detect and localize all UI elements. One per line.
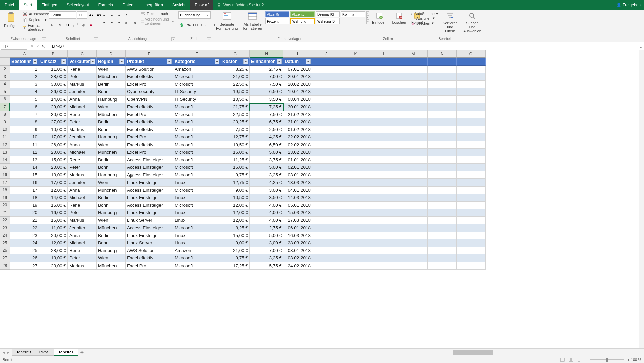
cell-G20[interactable]: 12,00 € [221,202,250,209]
sheet-tab-tabelle1[interactable]: Tabelle1 [54,349,78,356]
cell-I10[interactable]: 01.02.2018 [283,126,312,134]
col-header-E[interactable]: E [126,50,173,58]
cell-N4[interactable] [428,81,457,88]
cell-N12[interactable] [428,141,457,149]
cell-A28[interactable]: 27 [10,262,39,270]
cell-O27[interactable] [457,254,486,262]
cell-J10[interactable] [312,126,341,134]
cell-M5[interactable] [399,88,428,96]
cell-G2[interactable]: 8,25 € [221,66,250,73]
col-header-M[interactable]: M [399,50,428,58]
cell-D7[interactable]: Wien [97,103,126,111]
cell-N15[interactable] [428,164,457,171]
cell-H9[interactable]: 6,75 € [250,118,283,126]
cell-M21[interactable] [399,209,428,217]
cell-C8[interactable]: Rene [68,111,97,119]
cell-I9[interactable]: 31.01.2018 [283,118,312,126]
cell-M2[interactable] [399,66,428,73]
cell-D15[interactable]: Bonn [97,164,126,171]
cell-A16[interactable]: 15 [10,171,39,179]
cell-I23[interactable]: 06.01.2018 [283,224,312,232]
cell-M8[interactable] [399,111,428,119]
select-all-corner[interactable] [0,50,10,58]
style-akzent5[interactable]: Akzent5 [265,11,289,17]
align-bottom-button[interactable]: ≡ [116,11,123,18]
cell-F28[interactable]: Microsoft [173,262,221,270]
zoom-in-button[interactable]: + [627,358,629,362]
cell-B15[interactable]: 20,00 € [39,164,68,171]
cell-D4[interactable]: Berlin [97,81,126,88]
cell-N14[interactable] [428,156,457,164]
cell-J20[interactable] [312,202,341,209]
cell-A22[interactable]: 21 [10,217,39,225]
format-as-table-button[interactable]: Als Tabelle formatieren [241,11,264,31]
cell-C7[interactable]: Michael [68,103,97,111]
cell-C15[interactable]: Peter [68,164,97,171]
cell-N11[interactable] [428,133,457,141]
cell-I19[interactable]: 14.03.2018 [283,194,312,202]
cell-N3[interactable] [428,73,457,81]
cell-F13[interactable]: Microsoft [173,149,221,156]
cell-N20[interactable] [428,202,457,209]
cell-O15[interactable] [457,164,486,171]
cell-G11[interactable]: 12,75 € [221,133,250,141]
cell-D6[interactable]: Hamburg [97,96,126,104]
cell-I17[interactable]: 13.03.2018 [283,179,312,187]
cell-F8[interactable]: Microsoft [173,111,221,119]
row-header-12[interactable]: 12 [0,141,10,149]
cell-E4[interactable]: Excel Pro [126,81,173,88]
cell-L28[interactable] [370,262,399,270]
fill-button[interactable]: Ausfüllen ▾ [410,16,439,21]
cell-F6[interactable]: IT Security [173,96,221,104]
col-header-O[interactable]: O [457,50,486,58]
cell-E7[interactable]: Excel effektiv [126,103,173,111]
col-header-C[interactable]: C [68,50,97,58]
cell-E25[interactable]: Linux Server [126,239,173,247]
cell-B10[interactable]: 10,00 € [39,126,68,134]
cell-O20[interactable] [457,202,486,209]
tab-start[interactable]: Start [19,0,37,10]
add-sheet-button[interactable]: ⊕ [78,350,86,355]
cell-K17[interactable] [341,179,370,187]
view-normal-button[interactable] [559,357,566,363]
cell-C17[interactable]: Jennifer [68,179,97,187]
cell-C5[interactable]: Jennifer [68,88,97,96]
cell-E27[interactable]: Excel effektiv [126,254,173,262]
cell-E14[interactable]: Access Einsteiger [126,156,173,164]
cell-G3[interactable]: 21,00 € [221,73,250,81]
cell-H20[interactable]: 4,00 € [250,202,283,209]
number-format-dropdown[interactable]: Buchhaltung [178,11,211,19]
col-header-H[interactable]: H [250,50,283,58]
cell-A1[interactable]: Bestellnr [10,58,39,66]
cell-K9[interactable] [341,118,370,126]
cell-K27[interactable] [341,254,370,262]
cell-E6[interactable]: OpenVPN [126,96,173,104]
cell-B1[interactable]: Umsatz [39,58,68,66]
cell-G15[interactable]: 15,00 € [221,164,250,171]
cell-G26[interactable]: 21,00 € [221,247,250,255]
cell-I14[interactable]: 01.01.2018 [283,156,312,164]
cell-F18[interactable]: Microsoft [173,187,221,194]
cell-G13[interactable]: 15,00 € [221,149,250,156]
cell-K6[interactable] [341,96,370,104]
cell-H10[interactable]: 2,50 € [250,126,283,134]
cell-E13[interactable]: Excel Pro [126,149,173,156]
row-header-17[interactable]: 17 [0,179,10,187]
row-header-6[interactable]: 6 [0,96,10,104]
cell-G4[interactable]: 22,50 € [221,81,250,88]
cell-E21[interactable]: Linux Einsteiger [126,209,173,217]
cell-N21[interactable] [428,209,457,217]
cell-F23[interactable]: Microsoft [173,224,221,232]
cell-B18[interactable]: 12,00 € [39,187,68,194]
cell-E18[interactable]: Access Einsteiger [126,187,173,194]
cell-L11[interactable] [370,133,399,141]
cell-C1[interactable]: Verkäufer [68,58,97,66]
cell-O21[interactable] [457,209,486,217]
cell-E23[interactable]: Access Einsteiger [126,224,173,232]
cell-N13[interactable] [428,149,457,156]
cell-O11[interactable] [457,133,486,141]
cell-A26[interactable]: 25 [10,247,39,255]
cell-L12[interactable] [370,141,399,149]
cell-G21[interactable]: 12,00 € [221,209,250,217]
row-header-26[interactable]: 26 [0,247,10,255]
